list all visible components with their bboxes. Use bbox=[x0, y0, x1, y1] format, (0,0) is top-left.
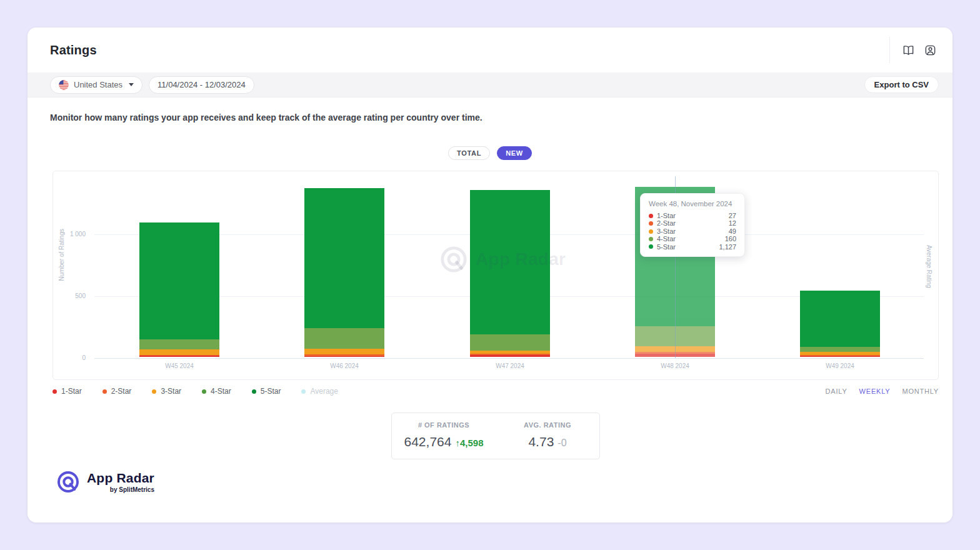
tooltip-row-value: 160 bbox=[725, 235, 736, 242]
tooltip-title: Week 48, November 2024 bbox=[649, 200, 736, 208]
bar-segment-1-star bbox=[139, 356, 219, 357]
legend-label: Average bbox=[310, 387, 338, 396]
x-tick-label: W46 2024 bbox=[304, 362, 384, 369]
tooltip-row-5-star: 5-Star1,127 bbox=[649, 243, 736, 251]
granularity-weekly[interactable]: WEEKLY bbox=[859, 388, 891, 395]
legend: 1-Star2-Star3-Star4-Star5-StarAverage bbox=[52, 387, 359, 396]
legend-label: 3-Star bbox=[161, 387, 181, 396]
page-description: Monitor how many ratings your app receiv… bbox=[50, 112, 928, 122]
view-toggle: TOTALNEW bbox=[52, 146, 928, 160]
app-radar-logo-icon bbox=[56, 470, 80, 494]
legend-item-average[interactable]: Average bbox=[301, 387, 338, 396]
y-tick-label: 0 bbox=[53, 354, 86, 361]
granularity-daily[interactable]: DAILY bbox=[826, 388, 848, 395]
legend-item-3-star[interactable]: 3-Star bbox=[152, 387, 181, 396]
tooltip-row-label: 3-Star bbox=[657, 228, 676, 235]
page-title: Ratings bbox=[50, 43, 97, 58]
tooltip-row-2-star: 2-Star12 bbox=[649, 219, 736, 227]
bar-segment-5-star bbox=[800, 291, 880, 347]
book-icon[interactable] bbox=[902, 44, 914, 56]
legend-label: 5-Star bbox=[261, 387, 281, 396]
ratings-count-value: 642,764 bbox=[404, 434, 452, 449]
legend-label: 2-Star bbox=[111, 387, 132, 396]
ratings-count-stat: # OF RATINGS 642,764 ↑4,598 bbox=[392, 421, 496, 449]
bar-segment-4-star bbox=[139, 339, 219, 349]
legend-label: 1-Star bbox=[61, 387, 82, 396]
us-flag-icon bbox=[59, 80, 69, 90]
toggle-new[interactable]: NEW bbox=[497, 146, 532, 160]
x-tick-label: W48 2024 bbox=[635, 362, 715, 369]
filter-bar: United States 11/04/2024 - 12/03/2024 Ex… bbox=[28, 72, 952, 98]
y-tick-label: 1 000 bbox=[53, 231, 86, 238]
bar-w45-2024[interactable] bbox=[139, 222, 219, 357]
bar-segment-4-star bbox=[470, 334, 550, 351]
legend-label: 4-Star bbox=[211, 387, 231, 396]
toggle-total[interactable]: TOTAL bbox=[448, 146, 490, 160]
tooltip-row-value: 1,127 bbox=[719, 243, 736, 251]
tooltip-row-value: 27 bbox=[729, 212, 736, 219]
bar-segment-1-star bbox=[304, 356, 384, 357]
bar-segment-5-star bbox=[470, 190, 550, 334]
avg-rating-stat: AVG. RATING 4.73 -0 bbox=[496, 421, 599, 449]
tooltip-row-label: 2-Star bbox=[657, 219, 676, 227]
2-star-dot-icon bbox=[102, 389, 107, 394]
avg-rating-delta: -0 bbox=[558, 438, 566, 449]
legend-item-5-star[interactable]: 5-Star bbox=[252, 387, 281, 396]
chart-tooltip: Week 48, November 2024 1-Star272-Star123… bbox=[640, 193, 745, 257]
5-star-dot-icon bbox=[252, 389, 256, 394]
ratings-card: Ratings bbox=[28, 28, 952, 522]
y-axis-label-right: Average Rating bbox=[926, 245, 932, 288]
tooltip-row-4-star: 4-Star160 bbox=[649, 235, 736, 242]
gridline bbox=[94, 358, 924, 359]
tooltip-row-label: 5-Star bbox=[657, 243, 676, 251]
average-dot-icon bbox=[301, 389, 306, 394]
4-star-dot-icon bbox=[202, 389, 206, 394]
legend-row: 1-Star2-Star3-Star4-Star5-StarAverage DA… bbox=[52, 387, 939, 396]
bar-w47-2024[interactable] bbox=[470, 190, 550, 357]
bar-segment-5-star bbox=[139, 222, 219, 339]
x-tick-label: W45 2024 bbox=[139, 362, 219, 369]
tooltip-row-value: 49 bbox=[729, 228, 736, 235]
x-tick-label: W49 2024 bbox=[800, 362, 880, 369]
legend-item-4-star[interactable]: 4-Star bbox=[202, 387, 231, 396]
country-label: United States bbox=[74, 80, 122, 89]
tooltip-row-value: 12 bbox=[729, 219, 736, 227]
up-arrow-icon: ↑ bbox=[455, 438, 460, 448]
header-divider bbox=[889, 37, 890, 63]
bar-segment-1-star bbox=[470, 355, 550, 357]
app-radar-logo: App Radar by SplitMetrics bbox=[52, 470, 928, 494]
country-selector[interactable]: United States bbox=[50, 76, 142, 94]
tooltip-row-1-star: 1-Star27 bbox=[649, 212, 736, 219]
brand-name: App Radar bbox=[87, 471, 154, 486]
bar-segment-4-star bbox=[304, 328, 384, 349]
date-range-selector[interactable]: 11/04/2024 - 12/03/2024 bbox=[149, 76, 254, 94]
ratings-chart: Number of Ratings Average Rating App Rad… bbox=[52, 171, 939, 380]
summary-stats: # OF RATINGS 642,764 ↑4,598 AVG. RATING … bbox=[391, 412, 600, 459]
export-csv-button[interactable]: Export to CSV bbox=[864, 76, 939, 93]
bar-segment-1-star bbox=[800, 356, 880, 357]
tooltip-row-3-star: 3-Star49 bbox=[649, 228, 736, 235]
ratings-delta: ↑4,598 bbox=[455, 438, 483, 448]
app-radar-watermark-icon bbox=[439, 245, 468, 274]
bar-w49-2024[interactable] bbox=[800, 291, 880, 357]
bar-w46-2024[interactable] bbox=[304, 188, 384, 357]
2-star-dot-icon bbox=[649, 221, 653, 226]
4-star-dot-icon bbox=[649, 237, 653, 241]
tooltip-rows: 1-Star272-Star123-Star494-Star1605-Star1… bbox=[649, 212, 736, 251]
3-star-dot-icon bbox=[649, 229, 653, 234]
legend-item-2-star[interactable]: 2-Star bbox=[102, 387, 132, 396]
granularity-monthly[interactable]: MONTHLY bbox=[902, 388, 939, 395]
legend-item-1-star[interactable]: 1-Star bbox=[52, 387, 82, 396]
1-star-dot-icon bbox=[649, 214, 653, 218]
brand-byline: by SplitMetrics bbox=[110, 486, 154, 493]
ratings-count-label: # OF RATINGS bbox=[392, 421, 496, 429]
x-tick-label: W47 2024 bbox=[470, 362, 550, 369]
date-range-label: 11/04/2024 - 12/03/2024 bbox=[158, 80, 246, 89]
bar-segment-4-star bbox=[800, 347, 880, 352]
chevron-down-icon bbox=[129, 83, 134, 86]
granularity-switch: DAILYWEEKLYMONTHLY bbox=[826, 388, 939, 395]
bar-segment-5-star bbox=[304, 188, 384, 328]
account-icon[interactable] bbox=[924, 44, 936, 56]
y-tick-label: 500 bbox=[53, 292, 86, 299]
tooltip-row-label: 1-Star bbox=[657, 212, 676, 219]
